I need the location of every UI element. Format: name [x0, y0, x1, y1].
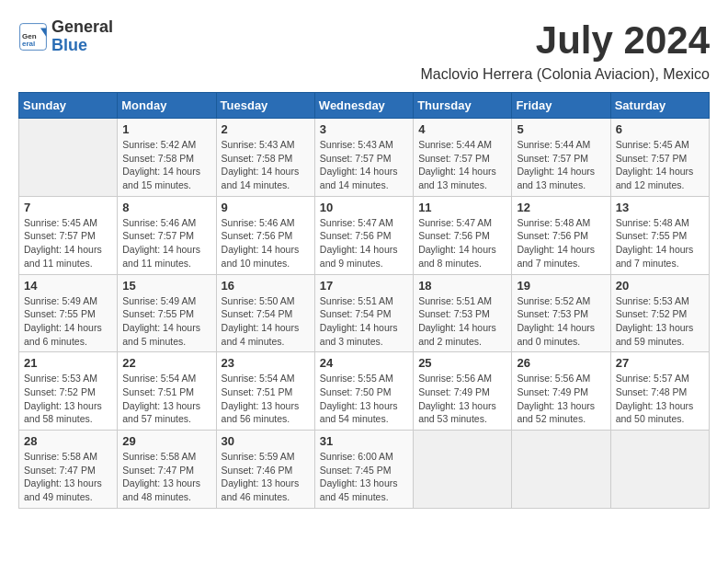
calendar-cell: 13Sunrise: 5:48 AMSunset: 7:55 PMDayligh… — [610, 196, 709, 274]
day-number: 4 — [418, 122, 506, 136]
day-number: 1 — [122, 122, 210, 136]
calendar-cell: 11Sunrise: 5:47 AMSunset: 7:56 PMDayligh… — [414, 196, 512, 274]
title-area: July 2024 — [536, 18, 710, 63]
logo-general-text: General — [51, 17, 113, 36]
day-info: Sunrise: 5:51 AMSunset: 7:53 PMDaylight:… — [418, 294, 506, 349]
day-info: Sunrise: 5:54 AMSunset: 7:51 PMDaylight:… — [122, 372, 210, 426]
calendar-cell: 8Sunrise: 5:46 AMSunset: 7:57 PMDaylight… — [118, 196, 216, 274]
calendar-cell: 16Sunrise: 5:50 AMSunset: 7:54 PMDayligh… — [216, 274, 314, 352]
day-number: 23 — [222, 356, 310, 370]
calendar-cell — [19, 119, 118, 197]
day-number: 17 — [320, 279, 408, 293]
day-of-week-header: Thursday — [414, 93, 512, 119]
logo: Gen eral General Blue — [18, 18, 113, 55]
day-info: Sunrise: 5:49 AMSunset: 7:55 PMDaylight:… — [122, 294, 210, 349]
day-info: Sunrise: 5:58 AMSunset: 7:47 PMDaylight:… — [122, 450, 210, 504]
calendar-cell: 3Sunrise: 5:43 AMSunset: 7:57 PMDaylight… — [314, 119, 413, 197]
day-number: 28 — [24, 434, 112, 448]
day-info: Sunrise: 5:56 AMSunset: 7:49 PMDaylight:… — [517, 372, 605, 426]
calendar-cell: 18Sunrise: 5:51 AMSunset: 7:53 PMDayligh… — [414, 274, 512, 352]
svg-text:eral: eral — [22, 39, 35, 47]
day-number: 9 — [222, 201, 310, 214]
day-number: 31 — [320, 434, 408, 448]
day-number: 21 — [24, 356, 112, 370]
day-number: 18 — [418, 279, 506, 293]
day-of-week-header: Sunday — [19, 93, 118, 119]
day-info: Sunrise: 6:00 AMSunset: 7:45 PMDaylight:… — [320, 450, 408, 504]
calendar-cell: 5Sunrise: 5:44 AMSunset: 7:57 PMDaylight… — [512, 119, 610, 197]
calendar-cell: 26Sunrise: 5:56 AMSunset: 7:49 PMDayligh… — [512, 352, 610, 431]
day-info: Sunrise: 5:43 AMSunset: 7:57 PMDaylight:… — [320, 138, 408, 192]
calendar-cell: 6Sunrise: 5:45 AMSunset: 7:57 PMDaylight… — [610, 119, 709, 197]
day-info: Sunrise: 5:49 AMSunset: 7:55 PMDaylight:… — [24, 294, 112, 349]
day-info: Sunrise: 5:48 AMSunset: 7:55 PMDaylight:… — [616, 216, 704, 270]
day-number: 16 — [222, 279, 310, 293]
day-number: 15 — [122, 279, 210, 293]
calendar-cell: 9Sunrise: 5:46 AMSunset: 7:56 PMDaylight… — [216, 196, 314, 274]
day-of-week-header: Friday — [512, 93, 610, 119]
calendar-cell: 31Sunrise: 6:00 AMSunset: 7:45 PMDayligh… — [314, 431, 413, 509]
day-info: Sunrise: 5:45 AMSunset: 7:57 PMDaylight:… — [616, 138, 704, 192]
calendar-cell: 2Sunrise: 5:43 AMSunset: 7:58 PMDaylight… — [216, 119, 314, 197]
day-info: Sunrise: 5:47 AMSunset: 7:56 PMDaylight:… — [418, 216, 506, 270]
calendar-cell: 10Sunrise: 5:47 AMSunset: 7:56 PMDayligh… — [314, 196, 413, 274]
day-of-week-header: Tuesday — [216, 93, 314, 119]
calendar-cell: 19Sunrise: 5:52 AMSunset: 7:53 PMDayligh… — [512, 274, 610, 352]
day-number: 5 — [517, 122, 605, 136]
day-info: Sunrise: 5:53 AMSunset: 7:52 PMDaylight:… — [616, 294, 704, 349]
calendar-cell: 21Sunrise: 5:53 AMSunset: 7:52 PMDayligh… — [19, 352, 118, 431]
day-info: Sunrise: 5:48 AMSunset: 7:56 PMDaylight:… — [517, 216, 605, 270]
day-number: 2 — [222, 122, 310, 136]
day-info: Sunrise: 5:43 AMSunset: 7:58 PMDaylight:… — [222, 138, 310, 192]
day-number: 24 — [320, 356, 408, 370]
day-number: 6 — [616, 122, 704, 136]
logo-icon: Gen eral — [18, 22, 48, 52]
day-number: 7 — [24, 201, 112, 214]
calendar-cell: 30Sunrise: 5:59 AMSunset: 7:46 PMDayligh… — [216, 431, 314, 509]
day-info: Sunrise: 5:50 AMSunset: 7:54 PMDaylight:… — [222, 294, 310, 349]
day-info: Sunrise: 5:54 AMSunset: 7:51 PMDaylight:… — [222, 372, 310, 426]
day-of-week-header: Saturday — [610, 93, 709, 119]
day-info: Sunrise: 5:53 AMSunset: 7:52 PMDaylight:… — [24, 372, 112, 426]
day-number: 30 — [222, 434, 310, 448]
calendar-cell: 1Sunrise: 5:42 AMSunset: 7:58 PMDaylight… — [118, 119, 216, 197]
day-number: 26 — [517, 356, 605, 370]
day-info: Sunrise: 5:52 AMSunset: 7:53 PMDaylight:… — [517, 294, 605, 349]
day-info: Sunrise: 5:42 AMSunset: 7:58 PMDaylight:… — [122, 138, 210, 192]
calendar-cell: 7Sunrise: 5:45 AMSunset: 7:57 PMDaylight… — [19, 196, 118, 274]
day-info: Sunrise: 5:51 AMSunset: 7:54 PMDaylight:… — [320, 294, 408, 349]
day-info: Sunrise: 5:58 AMSunset: 7:47 PMDaylight:… — [24, 450, 112, 504]
day-info: Sunrise: 5:59 AMSunset: 7:46 PMDaylight:… — [222, 450, 310, 504]
calendar-cell — [610, 431, 709, 509]
day-number: 3 — [320, 122, 408, 136]
day-number: 20 — [616, 279, 704, 293]
location-title: Maclovio Herrera (Colonia Aviacion), Mex… — [18, 66, 710, 83]
day-info: Sunrise: 5:45 AMSunset: 7:57 PMDaylight:… — [24, 216, 112, 270]
calendar-cell: 14Sunrise: 5:49 AMSunset: 7:55 PMDayligh… — [19, 274, 118, 352]
day-info: Sunrise: 5:55 AMSunset: 7:50 PMDaylight:… — [320, 372, 408, 426]
calendar-cell: 24Sunrise: 5:55 AMSunset: 7:50 PMDayligh… — [314, 352, 413, 431]
day-number: 29 — [122, 434, 210, 448]
day-number: 22 — [122, 356, 210, 370]
day-info: Sunrise: 5:57 AMSunset: 7:48 PMDaylight:… — [616, 372, 704, 426]
day-info: Sunrise: 5:56 AMSunset: 7:49 PMDaylight:… — [418, 372, 506, 426]
day-info: Sunrise: 5:46 AMSunset: 7:57 PMDaylight:… — [122, 216, 210, 270]
calendar-cell: 12Sunrise: 5:48 AMSunset: 7:56 PMDayligh… — [512, 196, 610, 274]
day-number: 19 — [517, 279, 605, 293]
calendar-cell: 17Sunrise: 5:51 AMSunset: 7:54 PMDayligh… — [314, 274, 413, 352]
calendar-cell: 15Sunrise: 5:49 AMSunset: 7:55 PMDayligh… — [118, 274, 216, 352]
calendar-cell: 27Sunrise: 5:57 AMSunset: 7:48 PMDayligh… — [610, 352, 709, 431]
day-info: Sunrise: 5:47 AMSunset: 7:56 PMDaylight:… — [320, 216, 408, 270]
day-of-week-header: Wednesday — [314, 93, 413, 119]
day-number: 12 — [517, 201, 605, 214]
day-number: 11 — [418, 201, 506, 214]
day-number: 14 — [24, 279, 112, 293]
day-info: Sunrise: 5:46 AMSunset: 7:56 PMDaylight:… — [222, 216, 310, 270]
day-number: 10 — [320, 201, 408, 214]
calendar-cell: 29Sunrise: 5:58 AMSunset: 7:47 PMDayligh… — [118, 431, 216, 509]
day-number: 25 — [418, 356, 506, 370]
day-number: 27 — [616, 356, 704, 370]
logo-blue-text: Blue — [51, 36, 87, 54]
day-info: Sunrise: 5:44 AMSunset: 7:57 PMDaylight:… — [517, 138, 605, 192]
day-number: 13 — [616, 201, 704, 214]
